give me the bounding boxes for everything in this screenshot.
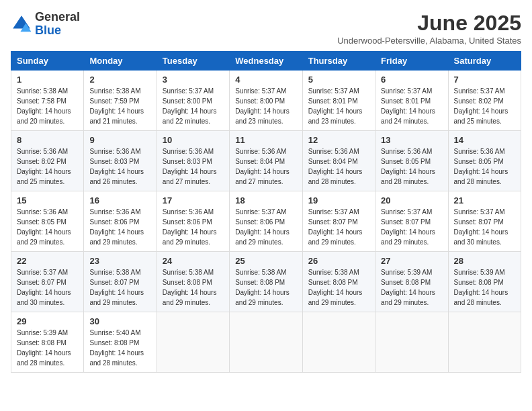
day-info: Sunrise: 5:36 AMSunset: 8:04 PMDaylight:… (235, 148, 290, 185)
day-number: 24 (163, 256, 224, 266)
calendar-day-cell: 18 Sunrise: 5:37 AMSunset: 8:06 PMDaylig… (230, 191, 302, 252)
day-info: Sunrise: 5:36 AMSunset: 8:04 PMDaylight:… (308, 148, 363, 185)
day-number: 8 (17, 135, 78, 145)
calendar-day-cell: 14 Sunrise: 5:36 AMSunset: 8:05 PMDaylig… (448, 131, 521, 191)
logo-blue: Blue (35, 24, 61, 37)
calendar-day-cell: 8 Sunrise: 5:36 AMSunset: 8:02 PMDayligh… (11, 131, 84, 191)
calendar-day-cell (230, 312, 302, 373)
calendar-day-cell: 28 Sunrise: 5:39 AMSunset: 8:08 PMDaylig… (448, 252, 521, 312)
day-number: 28 (454, 256, 515, 266)
calendar-day-cell: 21 Sunrise: 5:37 AMSunset: 8:07 PMDaylig… (448, 191, 521, 252)
calendar-day-cell: 30 Sunrise: 5:40 AMSunset: 8:08 PMDaylig… (84, 312, 157, 373)
calendar-day-cell: 11 Sunrise: 5:36 AMSunset: 8:04 PMDaylig… (230, 131, 302, 191)
day-info: Sunrise: 5:36 AMSunset: 8:03 PMDaylight:… (163, 148, 217, 185)
month-title: June 2025 (337, 11, 521, 36)
day-info: Sunrise: 5:38 AMSunset: 8:07 PMDaylight:… (89, 269, 144, 306)
day-number: 27 (381, 256, 442, 266)
logo: General Blue (11, 11, 80, 38)
location-title: Underwood-Petersville, Alabama, United S… (337, 36, 521, 46)
calendar-day-cell (448, 312, 521, 373)
calendar-day-cell: 17 Sunrise: 5:36 AMSunset: 8:06 PMDaylig… (157, 191, 229, 252)
day-info: Sunrise: 5:37 AMSunset: 8:06 PMDaylight:… (235, 208, 290, 246)
weekday-header: Sunday (11, 52, 84, 71)
weekday-header: Saturday (448, 52, 521, 71)
calendar-day-cell: 12 Sunrise: 5:36 AMSunset: 8:04 PMDaylig… (302, 131, 375, 191)
logo-general: General (35, 10, 80, 24)
weekday-header: Monday (84, 52, 157, 71)
calendar-day-cell: 15 Sunrise: 5:36 AMSunset: 8:05 PMDaylig… (11, 191, 84, 252)
weekday-header: Thursday (302, 52, 375, 71)
calendar-day-cell: 10 Sunrise: 5:36 AMSunset: 8:03 PMDaylig… (157, 131, 229, 191)
calendar-day-cell: 6 Sunrise: 5:37 AMSunset: 8:01 PMDayligh… (375, 71, 448, 131)
calendar-day-cell: 9 Sunrise: 5:36 AMSunset: 8:03 PMDayligh… (84, 131, 157, 191)
calendar-day-cell: 4 Sunrise: 5:37 AMSunset: 8:00 PMDayligh… (230, 71, 302, 131)
calendar-day-cell: 25 Sunrise: 5:38 AMSunset: 8:08 PMDaylig… (230, 252, 302, 312)
calendar-day-cell: 5 Sunrise: 5:37 AMSunset: 8:01 PMDayligh… (302, 71, 375, 131)
calendar-day-cell: 2 Sunrise: 5:38 AMSunset: 7:59 PMDayligh… (84, 71, 157, 131)
calendar-day-cell: 22 Sunrise: 5:37 AMSunset: 8:07 PMDaylig… (11, 252, 84, 312)
calendar-week-row: 8 Sunrise: 5:36 AMSunset: 8:02 PMDayligh… (11, 131, 521, 191)
calendar-week-row: 15 Sunrise: 5:36 AMSunset: 8:05 PMDaylig… (11, 191, 521, 252)
day-number: 14 (454, 135, 515, 145)
day-info: Sunrise: 5:38 AMSunset: 8:08 PMDaylight:… (235, 269, 290, 306)
day-number: 5 (308, 75, 369, 85)
title-block: June 2025 Underwood-Petersville, Alabama… (337, 11, 521, 46)
day-info: Sunrise: 5:37 AMSunset: 8:01 PMDaylight:… (308, 87, 363, 125)
day-info: Sunrise: 5:36 AMSunset: 8:05 PMDaylight:… (17, 208, 71, 246)
calendar-day-cell (375, 312, 448, 373)
day-info: Sunrise: 5:39 AMSunset: 8:08 PMDaylight:… (17, 329, 71, 367)
day-info: Sunrise: 5:36 AMSunset: 8:02 PMDaylight:… (17, 148, 71, 185)
calendar-day-cell: 16 Sunrise: 5:36 AMSunset: 8:06 PMDaylig… (84, 191, 157, 252)
calendar-day-cell: 1 Sunrise: 5:38 AMSunset: 7:58 PMDayligh… (11, 71, 84, 131)
day-number: 26 (308, 256, 369, 266)
calendar-day-cell (157, 312, 229, 373)
calendar-week-row: 1 Sunrise: 5:38 AMSunset: 7:58 PMDayligh… (11, 71, 521, 131)
calendar-week-row: 22 Sunrise: 5:37 AMSunset: 8:07 PMDaylig… (11, 252, 521, 312)
day-number: 9 (89, 135, 150, 145)
day-info: Sunrise: 5:39 AMSunset: 8:08 PMDaylight:… (454, 269, 508, 306)
day-info: Sunrise: 5:40 AMSunset: 8:08 PMDaylight:… (89, 329, 144, 367)
day-info: Sunrise: 5:37 AMSunset: 8:07 PMDaylight:… (381, 208, 435, 246)
day-number: 17 (163, 195, 224, 205)
calendar-table: SundayMondayTuesdayWednesdayThursdayFrid… (11, 51, 521, 373)
calendar-week-row: 29 Sunrise: 5:39 AMSunset: 8:08 PMDaylig… (11, 312, 521, 373)
day-info: Sunrise: 5:38 AMSunset: 7:58 PMDaylight:… (17, 87, 71, 125)
day-number: 21 (454, 195, 515, 205)
day-number: 22 (17, 256, 78, 266)
logo-text: General Blue (35, 11, 80, 38)
day-number: 29 (17, 316, 78, 326)
day-info: Sunrise: 5:37 AMSunset: 8:01 PMDaylight:… (381, 87, 435, 125)
logo-icon (11, 13, 32, 35)
calendar-day-cell: 23 Sunrise: 5:38 AMSunset: 8:07 PMDaylig… (84, 252, 157, 312)
day-number: 10 (163, 135, 224, 145)
day-number: 12 (308, 135, 369, 145)
day-number: 7 (454, 75, 515, 85)
day-info: Sunrise: 5:36 AMSunset: 8:03 PMDaylight:… (89, 148, 144, 185)
day-number: 19 (308, 195, 369, 205)
day-number: 2 (89, 75, 150, 85)
calendar-day-cell: 20 Sunrise: 5:37 AMSunset: 8:07 PMDaylig… (375, 191, 448, 252)
day-number: 11 (235, 135, 296, 145)
day-number: 3 (163, 75, 224, 85)
calendar-day-cell: 29 Sunrise: 5:39 AMSunset: 8:08 PMDaylig… (11, 312, 84, 373)
day-info: Sunrise: 5:39 AMSunset: 8:08 PMDaylight:… (381, 269, 435, 306)
calendar-day-cell: 19 Sunrise: 5:37 AMSunset: 8:07 PMDaylig… (302, 191, 375, 252)
calendar-day-cell (302, 312, 375, 373)
day-number: 15 (17, 195, 78, 205)
day-number: 25 (235, 256, 296, 266)
day-number: 20 (381, 195, 442, 205)
day-number: 4 (235, 75, 296, 85)
weekday-header: Wednesday (230, 52, 302, 71)
day-number: 30 (89, 316, 150, 326)
calendar-day-cell: 3 Sunrise: 5:37 AMSunset: 8:00 PMDayligh… (157, 71, 229, 131)
day-info: Sunrise: 5:38 AMSunset: 8:08 PMDaylight:… (308, 269, 363, 306)
day-number: 6 (381, 75, 442, 85)
day-number: 16 (89, 195, 150, 205)
day-info: Sunrise: 5:37 AMSunset: 8:07 PMDaylight:… (454, 208, 508, 246)
calendar-day-cell: 13 Sunrise: 5:36 AMSunset: 8:05 PMDaylig… (375, 131, 448, 191)
day-info: Sunrise: 5:37 AMSunset: 8:07 PMDaylight:… (17, 269, 71, 306)
day-info: Sunrise: 5:37 AMSunset: 8:00 PMDaylight:… (163, 87, 217, 125)
calendar-day-cell: 24 Sunrise: 5:38 AMSunset: 8:08 PMDaylig… (157, 252, 229, 312)
day-number: 13 (381, 135, 442, 145)
day-number: 18 (235, 195, 296, 205)
